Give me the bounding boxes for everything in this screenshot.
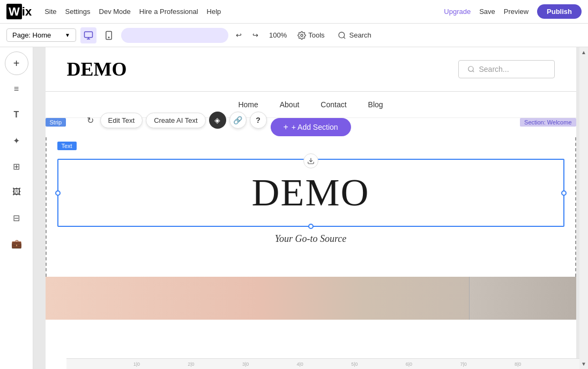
site-nav-about[interactable]: About [280, 100, 300, 109]
welcome-section-container: Strip Section: Welcome + + Add Section ↻… [46, 118, 576, 320]
nav-settings[interactable]: Settings [65, 8, 91, 16]
site-logo: DEMO [67, 58, 127, 80]
tools-button[interactable]: Tools [294, 28, 328, 43]
download-icon[interactable] [303, 153, 318, 168]
strips-icon: ≡ [14, 84, 19, 94]
design-icon: ✦ [13, 136, 20, 146]
undo-button[interactable]: ↩ [233, 28, 245, 42]
bottom-ruler: 1|02|03|04|05|06|07|08|0 [66, 358, 588, 369]
text-toolbar: ↻ Edit Text Create AI Text ◈ 🔗 ? [100, 112, 267, 129]
section-dashed-border: ↻ Edit Text Create AI Text ◈ 🔗 ? Text [46, 137, 576, 277]
sidebar-item-apps[interactable]: ⊞ [5, 154, 28, 178]
apps-icon: ⊞ [13, 161, 20, 172]
site-search-box[interactable]: Search... [458, 60, 555, 78]
link-button[interactable]: 🔗 [229, 112, 247, 129]
save-button[interactable]: Save [479, 8, 495, 16]
sidebar-item-text[interactable]: T [5, 103, 28, 127]
page-selector-label: Page: Home [12, 31, 51, 39]
main-heading-text: DEMO [252, 171, 370, 215]
plus-icon: + [13, 57, 20, 70]
wix-logo: Wix [6, 5, 32, 19]
text-label-badge: Text [57, 142, 77, 150]
site-header: DEMO Search... [46, 47, 576, 92]
sidebar-item-grid[interactable]: ⊟ [5, 206, 28, 230]
resize-handle-right[interactable] [561, 190, 567, 196]
text-element-wrapper: Text DEMO [47, 137, 575, 255]
question-icon: ? [256, 116, 260, 124]
nav-site[interactable]: Site [44, 8, 56, 16]
sidebar-item-design[interactable]: ✦ [5, 129, 28, 152]
resize-handle-left[interactable] [55, 190, 61, 196]
upgrade-link[interactable]: Upgrade [444, 8, 471, 16]
photo-strip [46, 277, 576, 320]
section-label: Section: Welcome [520, 118, 576, 127]
mobile-device-btn[interactable] [101, 27, 117, 43]
site-search-placeholder: Search... [479, 65, 509, 73]
undo-icon: ↩ [236, 31, 242, 39]
add-section-label: + Add Section [292, 123, 338, 131]
canvas-area: DEMO Search... Home About Contact Blog S… [33, 47, 588, 369]
scroll-down-button[interactable]: ▼ [579, 359, 588, 369]
rotate-handle[interactable]: ↻ [85, 115, 96, 126]
nav-help[interactable]: Help [207, 8, 221, 16]
text-icon: T [14, 110, 19, 120]
portfolio-icon: 💼 [11, 239, 22, 249]
zoom-level: 100% [266, 31, 290, 39]
media-icon: 🖼 [12, 187, 21, 197]
right-scrollbar: ▲ ▼ [579, 47, 588, 369]
desktop-device-btn[interactable] [80, 27, 96, 43]
toolbar-spacer [121, 28, 228, 43]
chevron-down-icon: ▼ [65, 32, 70, 38]
scroll-up-button[interactable]: ▲ [579, 47, 588, 57]
strip-label: Strip [46, 118, 66, 127]
site-nav-blog[interactable]: Blog [368, 100, 383, 109]
text-element-box[interactable]: DEMO [57, 159, 564, 227]
site-preview: DEMO Search... Home About Contact Blog S… [46, 47, 576, 369]
help-button[interactable]: ? [250, 112, 267, 129]
resize-handle-bottom[interactable] [308, 224, 314, 229]
site-nav-home[interactable]: Home [238, 100, 258, 109]
edit-text-button[interactable]: Edit Text [100, 113, 143, 128]
page-selector[interactable]: Page: Home ▼ [6, 28, 76, 42]
svg-point-5 [468, 67, 473, 71]
editor-toolbar: Page: Home ▼ ↩ ↪ 100% Tools Search [0, 24, 588, 47]
svg-rect-0 [85, 32, 93, 38]
redo-icon: ↪ [252, 31, 258, 39]
add-section-button[interactable]: + + Add Section [270, 118, 351, 136]
add-section-icon: + [283, 122, 288, 132]
search-label: Search [349, 31, 371, 39]
redo-button[interactable]: ↪ [249, 28, 262, 42]
preview-button[interactable]: Preview [504, 8, 529, 16]
publish-button[interactable]: Publish [537, 4, 582, 19]
sidebar-add-button[interactable]: + [5, 51, 28, 75]
tools-label: Tools [308, 31, 324, 39]
left-sidebar: + ≡ T ✦ ⊞ 🖼 ⊟ 💼 [0, 47, 33, 369]
animate-button[interactable]: ◈ [209, 112, 226, 129]
svg-point-4 [339, 32, 345, 38]
nav-devmode[interactable]: Dev Mode [99, 8, 131, 16]
top-navigation: Wix Site Settings Dev Mode Hire a Profes… [0, 0, 588, 24]
create-ai-text-button[interactable]: Create AI Text [146, 113, 205, 128]
site-nav-contact[interactable]: Contact [321, 100, 346, 109]
search-button[interactable]: Search [332, 28, 377, 43]
nav-hire[interactable]: Hire a Professional [139, 8, 198, 16]
svg-point-3 [301, 34, 303, 36]
sidebar-item-portfolio[interactable]: 💼 [5, 232, 28, 255]
link-icon: 🔗 [233, 116, 242, 124]
animate-icon: ◈ [214, 116, 220, 124]
subtitle-text: Your Go-to Source [57, 233, 564, 245]
sidebar-item-strips[interactable]: ≡ [5, 77, 28, 101]
svg-point-2 [108, 37, 109, 38]
grid-icon: ⊟ [13, 213, 20, 223]
sidebar-item-media[interactable]: 🖼 [5, 180, 28, 204]
